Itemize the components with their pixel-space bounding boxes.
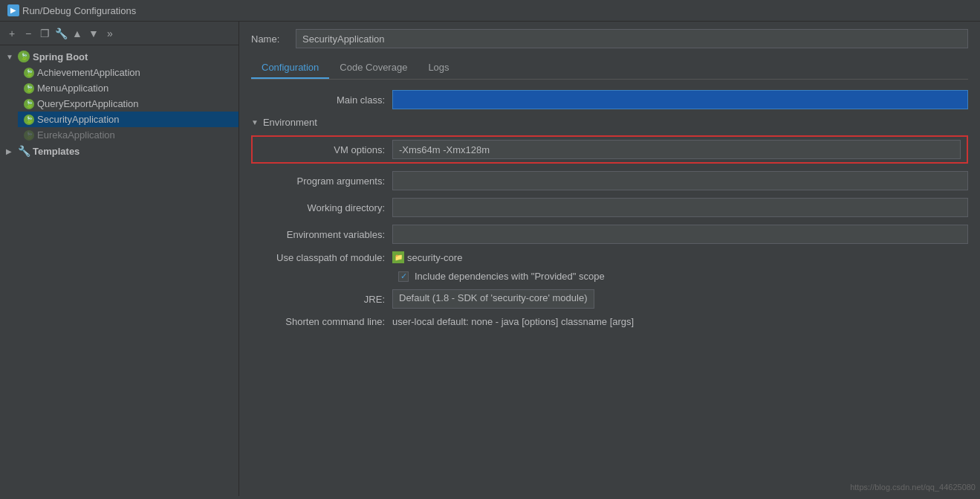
environment-section: ▼ Environment — [251, 117, 968, 128]
more-button[interactable]: » — [104, 28, 116, 39]
jre-select[interactable]: Default (1.8 - SDK of 'security-core' mo… — [392, 289, 594, 309]
program-args-label: Program arguments: — [251, 176, 385, 187]
queryexport-icon: 🍃 — [24, 99, 34, 109]
add-button[interactable]: + — [6, 28, 18, 39]
classpath-value: 📁 security-core — [392, 251, 462, 263]
tree-item-eureka[interactable]: 🍃 EurekaApplication — [18, 127, 238, 143]
program-args-row: Program arguments: — [251, 171, 968, 190]
templates-icon: 🔧 — [18, 145, 30, 157]
spring-boot-icon: 🍃 — [18, 51, 30, 62]
classpath-label: Use classpath of module: — [251, 252, 385, 263]
env-vars-row: Environment variables: — [251, 225, 968, 244]
spring-boot-label: Spring Boot — [33, 51, 88, 62]
shorten-value: user-local default: none - java [options… — [392, 316, 634, 327]
jre-row: JRE: Default (1.8 - SDK of 'security-cor… — [251, 289, 968, 309]
achievement-icon: 🍃 — [24, 68, 34, 78]
main-class-input[interactable] — [392, 90, 968, 109]
vm-options-input[interactable] — [392, 140, 961, 159]
working-dir-row: Working directory: — [251, 198, 968, 217]
spring-boot-expand-arrow: ▼ — [6, 53, 15, 61]
module-icon: 📁 — [392, 251, 404, 263]
env-vars-label: Environment variables: — [251, 229, 385, 240]
tree-item-security[interactable]: 🍃 SecurityApplication — [18, 112, 238, 127]
tabs-bar: Configuration Code Coverage Logs — [251, 57, 968, 80]
name-input[interactable] — [296, 29, 968, 48]
environment-arrow: ▼ — [251, 118, 259, 126]
watermark: https://blog.csdn.net/qq_44625080 — [846, 481, 980, 493]
titlebar-title: Run/Debug Configurations — [22, 5, 136, 16]
name-label: Name: — [251, 33, 288, 45]
main-class-label: Main class: — [251, 94, 385, 106]
eureka-icon: 🍃 — [24, 130, 34, 141]
classpath-module-name: security-core — [407, 252, 462, 263]
tab-configuration[interactable]: Configuration — [251, 57, 329, 79]
queryexport-label: QueryExportApplication — [37, 98, 139, 109]
jre-label: JRE: — [251, 294, 385, 305]
config-tree: ▼ 🍃 Spring Boot 🍃 AchievementApplication… — [0, 45, 238, 496]
menu-icon: 🍃 — [24, 83, 34, 94]
templates-label: Templates — [33, 146, 79, 157]
name-row: Name: — [251, 29, 968, 48]
titlebar: ▶ Run/Debug Configurations — [0, 0, 980, 22]
include-deps-label: Include dependencies with "Provided" sco… — [415, 271, 605, 282]
vm-options-label: VM options: — [259, 144, 385, 155]
toolbar: + − ❐ 🔧 ▲ ▼ » — [0, 22, 238, 45]
classpath-row: Use classpath of module: 📁 security-core — [251, 251, 968, 263]
main-class-row: Main class: — [251, 90, 968, 109]
tab-logs[interactable]: Logs — [418, 57, 459, 79]
environment-label: Environment — [263, 117, 317, 128]
vm-options-row: VM options: — [251, 135, 968, 164]
working-dir-input[interactable] — [392, 198, 968, 217]
env-vars-input[interactable] — [392, 225, 968, 244]
security-label: SecurityApplication — [37, 114, 120, 125]
security-icon: 🍃 — [24, 115, 34, 125]
eureka-label: EurekaApplication — [37, 129, 115, 141]
include-deps-row: ✓ Include dependencies with "Provided" s… — [251, 271, 968, 282]
tab-code-coverage[interactable]: Code Coverage — [329, 57, 418, 79]
templates-expand-arrow: ▶ — [6, 147, 15, 155]
include-deps-checkbox[interactable]: ✓ — [398, 271, 409, 282]
tree-item-menu[interactable]: 🍃 MenuApplication — [18, 80, 238, 96]
program-args-input[interactable] — [392, 171, 968, 190]
tree-item-achievement[interactable]: 🍃 AchievementApplication — [18, 65, 238, 80]
move-down-button[interactable]: ▼ — [88, 28, 100, 39]
tree-item-queryexport[interactable]: 🍃 QueryExportApplication — [18, 96, 238, 112]
right-panel: Name: Configuration Code Coverage Logs M… — [239, 22, 980, 496]
working-dir-label: Working directory: — [251, 202, 385, 213]
main-layout: + − ❐ 🔧 ▲ ▼ » ▼ 🍃 Spring Boot 🍃 Achievem… — [0, 22, 980, 496]
shorten-row: Shorten command line: user-local default… — [251, 316, 968, 327]
remove-button[interactable]: − — [22, 28, 34, 39]
move-up-button[interactable]: ▲ — [71, 28, 83, 39]
achievement-label: AchievementApplication — [37, 67, 140, 78]
app-icon: ▶ — [7, 4, 19, 16]
menu-label: MenuApplication — [37, 83, 108, 94]
settings-button[interactable]: 🔧 — [55, 28, 67, 39]
copy-button[interactable]: ❐ — [39, 28, 51, 39]
templates-group[interactable]: ▶ 🔧 Templates — [0, 143, 238, 159]
spring-boot-group[interactable]: ▼ 🍃 Spring Boot — [0, 48, 238, 65]
left-panel: + − ❐ 🔧 ▲ ▼ » ▼ 🍃 Spring Boot 🍃 Achievem… — [0, 22, 239, 496]
shorten-label: Shorten command line: — [251, 316, 385, 327]
